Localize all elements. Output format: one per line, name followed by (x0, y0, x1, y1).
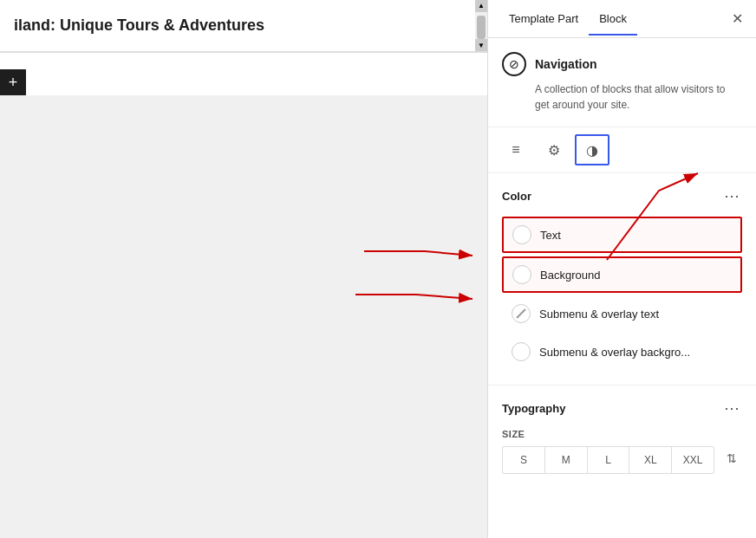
filter-icon[interactable]: ⇅ (721, 448, 742, 469)
top-bar: iland: Unique Tours & Adventures ▲ ▼ (0, 0, 487, 52)
gear-icon: ⚙ (548, 142, 560, 159)
navigation-icon: ⊘ (509, 57, 519, 71)
typography-section-header: Typography ⋯ (502, 398, 742, 418)
background-color-label: Background (540, 269, 600, 282)
styles-button[interactable]: ◑ (575, 134, 609, 165)
panel-tabs: Template Part Block ✕ (488, 0, 756, 38)
size-options: S M L XL XXL (502, 446, 714, 474)
typography-more-button[interactable]: ⋯ (721, 398, 742, 418)
typography-section: Typography ⋯ SIZE S M L XL XXL ⇅ (488, 386, 756, 493)
size-xl[interactable]: XL (629, 447, 672, 473)
size-label: SIZE (502, 429, 714, 439)
block-info: ⊘ Navigation A collection of blocks that… (488, 38, 756, 127)
list-view-button[interactable]: ≡ (499, 134, 533, 165)
bottom-bar (0, 52, 487, 95)
block-title-row: ⊘ Navigation (502, 52, 742, 76)
list-icon: ≡ (512, 142, 519, 158)
color-option-background[interactable]: Background (502, 256, 742, 293)
settings-panel: Template Part Block ✕ ⊘ Navigation A col… (487, 0, 756, 538)
color-option-text[interactable]: Text (502, 217, 742, 253)
size-xxl[interactable]: XXL (672, 447, 714, 473)
color-section-header: Color ⋯ (502, 185, 742, 206)
color-section-title: Color (502, 190, 531, 203)
submenu-bg-color-label: Submenu & overlay backgro... (539, 346, 690, 359)
block-name: Navigation (535, 57, 597, 71)
scroll-down-btn[interactable]: ▼ (475, 39, 487, 51)
tab-template-part[interactable]: Template Part (499, 3, 589, 36)
size-l[interactable]: L (588, 447, 630, 473)
color-option-submenu-text[interactable]: Submenu & overlay text (502, 296, 742, 331)
half-circle-icon: ◑ (586, 142, 598, 159)
typography-section-title: Typography (502, 402, 565, 415)
submenu-text-color-label: Submenu & overlay text (539, 308, 659, 321)
size-row: SIZE S M L XL XXL ⇅ (502, 429, 742, 474)
block-icon: ⊘ (502, 52, 526, 76)
submenu-bg-color-circle (512, 342, 531, 361)
color-option-submenu-bg[interactable]: Submenu & overlay backgro... (502, 334, 742, 369)
scroll-up-btn[interactable]: ▲ (475, 0, 487, 12)
close-button[interactable]: ✕ (725, 7, 749, 31)
color-more-button[interactable]: ⋯ (721, 185, 742, 206)
page-title: iland: Unique Tours & Adventures (14, 16, 264, 35)
editor-canvas: iland: Unique Tours & Adventures ▲ ▼ + (0, 0, 487, 95)
toolbar-row: ≡ ⚙ ◑ (488, 127, 756, 173)
tab-block[interactable]: Block (589, 3, 637, 36)
size-m[interactable]: M (545, 447, 588, 473)
size-s[interactable]: S (503, 447, 545, 473)
settings-button[interactable]: ⚙ (537, 134, 571, 165)
add-block-button[interactable]: + (0, 69, 26, 95)
canvas-area: iland: Unique Tours & Adventures ▲ ▼ + (0, 0, 487, 538)
text-color-label: Text (540, 229, 561, 242)
block-description: A collection of blocks that allow visito… (502, 81, 742, 113)
submenu-text-color-circle (512, 304, 531, 323)
background-color-circle (512, 265, 531, 284)
scrollbar-track: ▲ ▼ (475, 0, 487, 51)
color-section: Color ⋯ Text Background Submenu & overla… (488, 173, 756, 386)
text-color-circle (512, 225, 531, 244)
scrollbar-thumb[interactable] (477, 16, 486, 40)
